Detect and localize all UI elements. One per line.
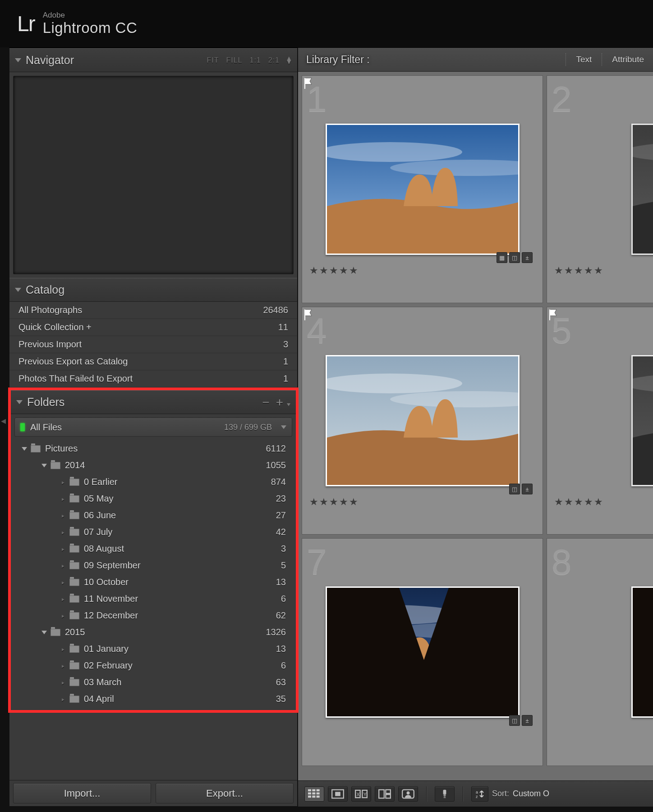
folder-row[interactable]: 06 June 27 xyxy=(11,507,296,524)
filter-text-link[interactable]: Text xyxy=(575,55,593,65)
develop-badge-icon[interactable]: ± xyxy=(522,252,533,263)
badge-icon[interactable]: ▦ xyxy=(497,252,507,263)
chevron-right-icon[interactable] xyxy=(61,545,66,553)
thumbnail-cell[interactable]: 5 ★★★★★ ◫ ± xyxy=(547,307,653,535)
thumbnail-image[interactable] xyxy=(326,355,520,486)
thumbnail-cell[interactable]: 4 ★★★★★ ◫ ± xyxy=(302,307,543,535)
flag-icon[interactable] xyxy=(304,309,314,321)
folder-row[interactable]: 05 May 23 xyxy=(11,490,296,507)
folder-row[interactable]: 10 October 13 xyxy=(11,574,296,591)
sort-value[interactable]: Custom O xyxy=(513,789,549,798)
volume-row[interactable]: All Files 139 / 699 GB xyxy=(14,418,292,437)
catalog-panel-header[interactable]: Catalog xyxy=(9,278,297,302)
folder-row[interactable]: 02 February 6 xyxy=(11,657,296,674)
folder-icon xyxy=(69,679,79,686)
divider xyxy=(602,53,602,66)
catalog-item[interactable]: Previous Export as Catalog 1 xyxy=(9,353,297,370)
view-loupe-button[interactable] xyxy=(328,786,348,802)
chevron-right-icon[interactable] xyxy=(61,612,66,619)
folder-count: 6 xyxy=(281,594,286,604)
crop-badge-icon[interactable]: ◫ xyxy=(509,252,520,263)
import-button[interactable]: Import... xyxy=(13,783,151,803)
folder-count: 6 xyxy=(281,660,286,671)
chevron-right-icon[interactable] xyxy=(61,529,66,536)
folder-row[interactable]: 07 July 42 xyxy=(11,524,296,540)
navigator-zoom-controls[interactable]: FIT FILL 1:1 2:1 ▴▾ xyxy=(207,56,292,65)
folder-row[interactable]: 09 September 5 xyxy=(11,557,296,574)
chevron-down-icon[interactable] xyxy=(22,447,27,451)
catalog-item[interactable]: Previous Import 3 xyxy=(9,336,297,353)
thumbnail-image[interactable] xyxy=(326,586,520,718)
thumbnail-image[interactable] xyxy=(631,124,653,255)
export-button[interactable]: Export... xyxy=(156,783,294,803)
chevron-right-icon[interactable] xyxy=(61,696,66,703)
navigator-panel-header[interactable]: Navigator FIT FILL 1:1 2:1 ▴▾ xyxy=(9,48,297,72)
catalog-item[interactable]: Quick Collection + 11 xyxy=(9,319,297,336)
folder-row[interactable]: 2014 1055 xyxy=(11,457,296,474)
flag-icon[interactable] xyxy=(304,78,314,89)
library-filter-bar: Library Filter : Text Attribute xyxy=(298,48,653,72)
rating-stars[interactable]: ★★★★★ xyxy=(309,496,359,508)
chevron-right-icon[interactable] xyxy=(61,646,66,653)
folder-row[interactable]: 01 January 13 xyxy=(11,641,296,657)
zoom-1to1[interactable]: 1:1 xyxy=(250,56,261,65)
volume-name: All Files xyxy=(30,422,219,433)
thumbnail-cell[interactable]: 7 ◫ ± xyxy=(302,538,543,766)
svg-rect-7 xyxy=(304,309,305,320)
rating-stars[interactable]: ★★★★★ xyxy=(309,265,359,277)
view-people-button[interactable] xyxy=(398,786,418,802)
flag-icon[interactable] xyxy=(549,309,559,321)
zoom-fit[interactable]: FIT xyxy=(207,56,219,65)
thumbnail-index: 7 xyxy=(307,541,327,583)
folder-row[interactable]: 03 March 63 xyxy=(11,674,296,691)
folder-row[interactable]: 08 August 3 xyxy=(11,540,296,557)
chevron-right-icon[interactable] xyxy=(61,512,66,519)
chevron-right-icon[interactable] xyxy=(61,595,66,603)
crop-badge-icon[interactable]: ◫ xyxy=(509,484,520,494)
view-compare-button[interactable]: XY xyxy=(351,786,371,802)
chevron-right-icon[interactable] xyxy=(61,662,66,669)
folder-row[interactable]: 04 April 35 xyxy=(11,691,296,707)
view-grid-button[interactable] xyxy=(304,786,324,802)
folders-panel-header[interactable]: Folders − + xyxy=(11,390,296,414)
rating-stars[interactable]: ★★★★★ xyxy=(554,265,604,277)
folder-menu-icon[interactable] xyxy=(287,403,290,406)
navigator-preview[interactable] xyxy=(13,76,294,274)
thumbnail-cell[interactable]: 2 ★★★★★ ◫ ± xyxy=(547,75,653,303)
left-panel-collapse-caret[interactable]: ◂ xyxy=(1,415,6,427)
volume-menu-icon[interactable] xyxy=(281,425,286,429)
svg-rect-38 xyxy=(386,794,391,798)
develop-badge-icon[interactable]: ± xyxy=(522,715,533,726)
catalog-item[interactable]: Photos That Failed to Export 1 xyxy=(9,370,297,388)
chevron-right-icon[interactable] xyxy=(61,562,66,569)
volume-status-light-icon xyxy=(20,423,25,431)
folder-row[interactable]: 0 Earlier 874 xyxy=(11,474,296,490)
view-survey-button[interactable] xyxy=(375,786,395,802)
folder-row[interactable]: Pictures 6112 xyxy=(11,440,296,457)
zoom-fill[interactable]: FILL xyxy=(226,56,242,65)
catalog-item[interactable]: All Photographs 26486 xyxy=(9,302,297,319)
develop-badge-icon[interactable]: ± xyxy=(522,484,533,494)
zoom-stepper-icon[interactable]: ▴▾ xyxy=(287,56,292,65)
zoom-2to1[interactable]: 2:1 xyxy=(268,56,280,65)
folder-row[interactable]: 11 November 6 xyxy=(11,591,296,607)
crop-badge-icon[interactable]: ◫ xyxy=(509,715,520,726)
chevron-right-icon[interactable] xyxy=(61,579,66,586)
rating-stars[interactable]: ★★★★★ xyxy=(554,496,604,508)
filter-attribute-link[interactable]: Attribute xyxy=(611,55,645,65)
thumbnail-cell[interactable]: 1 ★★★★★ ▦ ◫ ± xyxy=(302,75,543,303)
thumbnail-image[interactable] xyxy=(326,124,520,255)
thumbnail-image[interactable] xyxy=(631,586,653,718)
chevron-right-icon[interactable] xyxy=(61,679,66,686)
chevron-right-icon[interactable] xyxy=(61,495,66,503)
thumbnail-cell[interactable]: 8 ◫ ± xyxy=(547,538,653,766)
chevron-down-icon[interactable] xyxy=(41,464,47,467)
painter-tool-button[interactable] xyxy=(435,786,455,802)
folder-row[interactable]: 12 December 62 xyxy=(11,607,296,624)
chevron-right-icon[interactable] xyxy=(61,479,66,486)
thumbnail-image[interactable] xyxy=(631,355,653,486)
folder-icon xyxy=(69,512,79,519)
folder-row[interactable]: 2015 1326 xyxy=(11,624,296,641)
chevron-down-icon[interactable] xyxy=(41,631,47,634)
sort-direction-button[interactable]: az xyxy=(471,786,488,802)
